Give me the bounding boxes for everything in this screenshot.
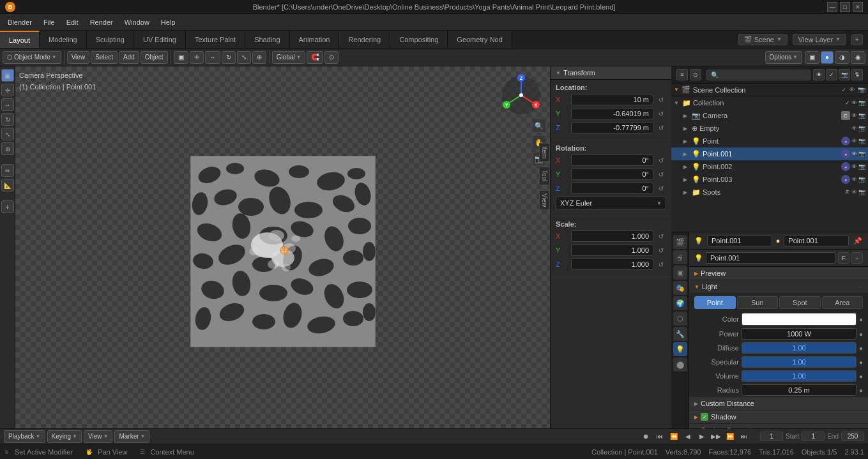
viewport-gizmo[interactable]: Z X Y (499, 73, 544, 119)
rotation-z-reset[interactable]: ↺ (656, 183, 666, 193)
scene-collection-check[interactable]: ✓ (841, 86, 846, 93)
add-workspace-button[interactable]: + (851, 34, 863, 45)
scene-collection-cam[interactable]: 📷 (858, 86, 865, 93)
object-props-icon[interactable]: ⬡ (673, 312, 687, 326)
rotation-mode-dropdown[interactable]: XYZ Euler ▼ (556, 197, 666, 209)
collection-check-icon[interactable]: ✓ (845, 100, 850, 106)
transform-tool[interactable]: ⊕ (252, 51, 266, 64)
light-tab-spot[interactable]: Spot (779, 296, 821, 309)
props-object-name-right[interactable]: Point.001 (784, 235, 849, 246)
view-menu[interactable]: View (67, 51, 90, 64)
cursor-lt[interactable]: ✛ (1, 84, 14, 96)
start-frame-input[interactable]: 1 (802, 432, 825, 441)
rotation-y-input[interactable]: 0° (571, 169, 653, 180)
radius-input[interactable]: 0.25 m (742, 384, 857, 396)
close-button[interactable]: ✕ (853, 2, 863, 12)
point001-cam-icon[interactable]: 📷 (858, 151, 865, 157)
outliner-sort-btn[interactable]: ⇅ (851, 69, 863, 80)
menu-edit[interactable]: Edit (61, 17, 84, 27)
point003-eye-icon[interactable]: 👁 (851, 176, 857, 183)
jump-fwd-btn[interactable]: ▶▶ (710, 431, 722, 442)
jump-back-btn[interactable]: ◀ (682, 431, 694, 442)
outliner-eye-toggle[interactable]: 👁 (813, 69, 825, 80)
overlay-settings[interactable]: Options ▼ (765, 51, 802, 64)
location-x-reset[interactable]: ↺ (656, 94, 666, 105)
scale-lt[interactable]: ⤡ (1, 128, 14, 140)
outliner-sync-icon[interactable]: ⊙ (690, 69, 701, 80)
viewport-canvas[interactable] (190, 156, 376, 347)
end-frame-input[interactable]: 250 (841, 432, 864, 441)
world-props-icon[interactable]: 🌍 (673, 296, 687, 310)
spots-eye-icon[interactable]: 👁 (851, 189, 857, 195)
rotation-x-input[interactable]: 0° (571, 154, 653, 166)
location-z-reset[interactable]: ↺ (656, 123, 666, 133)
camera-cam-icon[interactable]: 📷 (858, 112, 865, 119)
object-menu[interactable]: Object (141, 51, 168, 64)
tab-sculpting[interactable]: Sculpting (87, 31, 134, 48)
tab-rendering[interactable]: Rendering (339, 31, 390, 48)
empty-eye-icon[interactable]: 👁 (851, 125, 857, 132)
maximize-button[interactable]: □ (840, 2, 850, 12)
outliner-filter-icon[interactable]: ≡ (676, 69, 688, 80)
annotate-lt[interactable]: ✏ (1, 164, 14, 177)
scene-collection-eye[interactable]: 👁 (849, 86, 855, 93)
menu-render[interactable]: Render (85, 17, 118, 27)
object-data-props-icon[interactable]: 💡 (673, 342, 687, 356)
light-section-header[interactable]: ▼ Light ⋯ (689, 280, 868, 294)
modifier-props-icon[interactable]: 🔧 (673, 327, 687, 341)
render-shade[interactable]: ◉ (851, 51, 865, 64)
skip-end-btn[interactable]: ⏭ (738, 431, 750, 442)
add-menu[interactable]: Add (119, 51, 139, 64)
point002-eye-icon[interactable]: 👁 (851, 163, 857, 170)
measure-lt[interactable]: 📐 (1, 179, 14, 192)
point001-eye-icon[interactable]: 👁 (851, 151, 857, 157)
data-fake-user-btn[interactable]: F (838, 252, 849, 264)
props-object-name-left[interactable]: Point.001 (707, 235, 772, 246)
custom-distance-header[interactable]: ▶ Custom Distance (689, 397, 868, 410)
light-tab-sun[interactable]: Sun (737, 296, 779, 309)
point002-cam-icon[interactable]: 📷 (858, 163, 865, 170)
minimize-button[interactable]: — (827, 2, 837, 12)
outliner-render-toggle[interactable]: 📷 (839, 69, 850, 80)
scale-tool[interactable]: ⤡ (237, 51, 251, 64)
move-tool[interactable]: ↔ (205, 51, 220, 64)
keying-menu[interactable]: Keying ▼ (47, 430, 82, 443)
light-tab-point[interactable]: Point (694, 296, 736, 309)
play-btn[interactable]: ▶ (696, 431, 708, 442)
output-props-icon[interactable]: 🖨 (673, 250, 687, 264)
select-box-tool[interactable]: ▣ (174, 51, 188, 64)
shadow-header[interactable]: ▶ ✓ Shadow (689, 410, 868, 424)
menu-help[interactable]: Help (156, 17, 181, 27)
power-input[interactable]: 1000 W (742, 328, 857, 340)
outliner-camera-row[interactable]: ▶ 📷 Camera C 👁 📷 (671, 109, 868, 122)
color-input[interactable] (742, 313, 857, 326)
solid-shade[interactable]: ● (821, 51, 834, 64)
move-lt[interactable]: ↔ (1, 98, 14, 111)
tab-geometry-nodes[interactable]: Geometry Nod (448, 31, 512, 48)
tab-modeling[interactable]: Modeling (40, 31, 87, 48)
shadow-checkbox[interactable]: ✓ (701, 413, 708, 421)
view-layer-selector[interactable]: View Layer ▼ (793, 34, 846, 45)
location-x-input[interactable]: 10 m (571, 94, 653, 105)
outliner-point-row[interactable]: ▶ 💡 Point ● 👁 📷 (671, 135, 868, 147)
tab-animation[interactable]: Animation (290, 31, 340, 48)
scale-x-input[interactable]: 1.000 (571, 230, 653, 242)
scale-x-reset[interactable]: ↺ (656, 231, 666, 241)
snapping-toggle[interactable]: 🧲 (307, 51, 323, 64)
wireframe-shade[interactable]: ▣ (805, 51, 819, 64)
transform-header[interactable]: ▼ Transform (551, 66, 671, 80)
outliner-search-input[interactable] (706, 70, 811, 80)
rotation-x-reset[interactable]: ↺ (656, 155, 666, 165)
diffuse-input[interactable]: 1.00 (742, 342, 857, 354)
point003-cam-icon[interactable]: 📷 (858, 176, 865, 183)
menu-file[interactable]: File (38, 17, 60, 27)
location-y-reset[interactable]: ↺ (656, 109, 666, 119)
zoom-to-object-btn[interactable]: 🔍 (532, 119, 546, 133)
tab-layout[interactable]: Layout (0, 31, 40, 48)
volume-input[interactable]: 1.00 (742, 370, 857, 382)
scene-selector[interactable]: 🎬 Scene ▼ (738, 34, 788, 45)
outliner-point001-row[interactable]: ▶ 💡 Point.001 ● 👁 📷 (671, 147, 868, 160)
step-fwd-btn[interactable]: ⏩ (724, 431, 736, 442)
material-props-icon[interactable]: ⬤ (673, 357, 687, 372)
scale-y-reset[interactable]: ↺ (656, 245, 666, 255)
